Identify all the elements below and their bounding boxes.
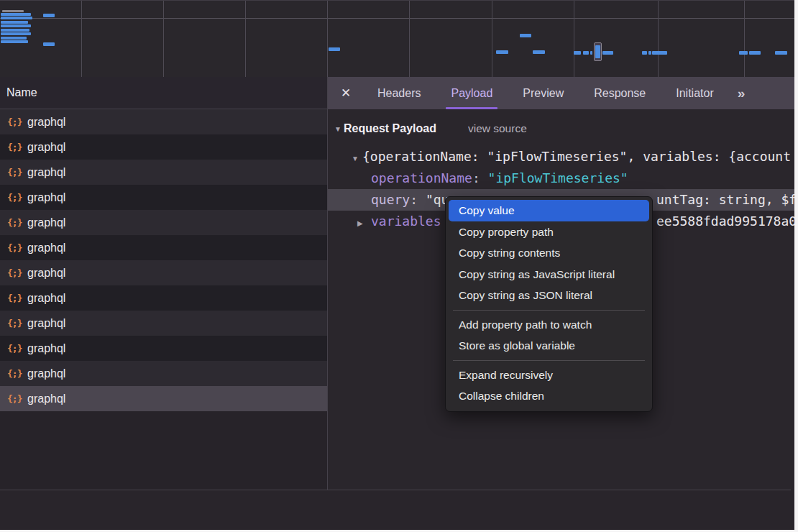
detail-tabs: HeadersPayloadPreviewResponseInitiator <box>362 77 729 109</box>
property-key: query <box>371 192 410 207</box>
tab-payload[interactable]: Payload <box>446 77 497 109</box>
json-braces-icon: {;} <box>7 267 27 278</box>
waterfall-bar <box>642 51 647 55</box>
tab-initiator[interactable]: Initiator <box>671 77 718 109</box>
waterfall-bar <box>520 34 531 37</box>
request-name-label: graphql <box>27 393 65 405</box>
selected-request-marker <box>594 42 602 61</box>
gridline <box>81 1 82 77</box>
close-panel-button[interactable]: ✕ <box>341 86 355 101</box>
tab-preview[interactable]: Preview <box>518 77 569 109</box>
menu-item-expand-recursively[interactable]: Expand recursively <box>449 364 649 386</box>
context-menu: Copy valueCopy property pathCopy string … <box>445 196 653 412</box>
waterfall-bar <box>648 51 651 55</box>
gridline <box>744 1 745 77</box>
network-request-row[interactable]: {;}graphql <box>0 311 327 336</box>
waterfall-bar <box>1 37 27 40</box>
waterfall-bar <box>1 17 32 19</box>
network-overview[interactable] <box>0 1 794 78</box>
json-braces-icon: {;} <box>7 116 27 127</box>
menu-item-copy-string-as-javascript-literal[interactable]: Copy string as JavaScript literal <box>449 264 649 285</box>
network-request-row[interactable]: {;}graphql <box>0 210 327 235</box>
waterfall-bar <box>583 51 589 55</box>
network-request-row[interactable]: {;}graphql <box>0 109 327 134</box>
property-key: operationName <box>371 170 472 185</box>
waterfall-bar <box>1 32 31 35</box>
tab-headers[interactable]: Headers <box>372 77 426 109</box>
network-request-row[interactable]: {;}graphql <box>0 285 327 311</box>
gridline <box>409 1 410 77</box>
menu-separator <box>453 360 645 361</box>
json-braces-icon: {;} <box>7 343 27 354</box>
capture-right-edge <box>794 0 798 532</box>
property-value-right-fragment: ee5588fdad995178a0 <box>656 211 794 232</box>
close-icon: ✕ <box>341 86 351 100</box>
requests-name-column-header[interactable]: Name <box>0 77 327 109</box>
menu-item-copy-string-as-json-literal[interactable]: Copy string as JSON literal <box>449 285 649 306</box>
chevron-double-right-icon: » <box>738 86 744 101</box>
waterfall-bar <box>1 40 28 43</box>
devtools-network-panel: Name {;}graphql{;}graphql{;}graphql{;}gr… <box>0 0 794 530</box>
json-braces-icon: {;} <box>7 393 27 404</box>
waterfall-bar <box>496 50 508 54</box>
waterfall-bar <box>749 51 761 55</box>
menu-item-store-as-global-variable[interactable]: Store as global variable <box>449 335 649 357</box>
menu-item-copy-value[interactable]: Copy value <box>449 200 649 221</box>
network-request-row[interactable]: {;}graphql <box>0 386 327 411</box>
key-value-colon: : <box>472 170 488 185</box>
waterfall-bar <box>652 51 667 55</box>
network-request-row[interactable]: {;}graphql <box>0 235 327 260</box>
request-name-label: graphql <box>27 292 65 305</box>
waterfall-bar <box>1 29 29 32</box>
section-collapse-icon[interactable]: ▼ <box>334 120 344 139</box>
property-value-string: "ipFlowTimeseries" <box>488 170 628 185</box>
menu-item-collapse-children[interactable]: Collapse children <box>449 385 649 407</box>
network-request-row[interactable]: {;}graphql <box>0 185 327 210</box>
payload-row-operationname[interactable]: operationName: "ipFlowTimeseries" <box>328 168 794 189</box>
object-preview-text: {operationName: "ipFlowTimeseries", vari… <box>362 149 791 164</box>
menu-item-add-property-path-to-watch[interactable]: Add property path to watch <box>449 314 649 336</box>
request-name-label: graphql <box>27 116 65 129</box>
payload-preview-row[interactable]: ▼{operationName: "ipFlowTimeseries", var… <box>328 146 794 168</box>
key-value-colon: : <box>410 192 426 207</box>
gridline <box>327 1 328 77</box>
request-name-label: graphql <box>27 267 65 280</box>
network-request-row[interactable]: {;}graphql <box>0 134 327 160</box>
request-name-label: graphql <box>27 216 65 229</box>
selected-request-marker-bar <box>595 45 600 58</box>
json-braces-icon: {;} <box>7 167 27 178</box>
request-name-label: graphql <box>27 317 65 330</box>
property-key: variables <box>371 214 441 229</box>
menu-item-copy-string-contents[interactable]: Copy string contents <box>449 242 649 264</box>
waterfall-bar <box>602 51 613 55</box>
waterfall-bar <box>1 24 31 27</box>
json-braces-icon: {;} <box>7 142 27 152</box>
request-name-label: graphql <box>27 141 65 154</box>
json-braces-icon: {;} <box>7 293 27 303</box>
tab-response[interactable]: Response <box>589 77 651 109</box>
view-source-link[interactable]: view source <box>468 122 527 134</box>
status-bar <box>0 490 794 531</box>
gridline <box>658 1 659 77</box>
waterfall-bar <box>2 10 24 12</box>
expander-closed-icon[interactable]: ▶ <box>357 213 371 232</box>
request-name-label: graphql <box>27 242 65 254</box>
request-payload-section-header[interactable]: ▼Request Payloadview source <box>328 119 794 138</box>
waterfall-bar <box>1 21 28 24</box>
more-tabs-button[interactable]: » <box>738 86 744 101</box>
property-value-right-fragment: untTag: string, $f <box>656 189 794 211</box>
json-braces-icon: {;} <box>7 318 27 329</box>
network-request-row[interactable]: {;}graphql <box>0 336 327 361</box>
waterfall-bar <box>43 42 55 46</box>
json-braces-icon: {;} <box>7 368 27 379</box>
gridline <box>163 1 164 77</box>
network-request-row[interactable]: {;}graphql <box>0 260 327 285</box>
network-request-row[interactable]: {;}graphql <box>0 160 327 185</box>
menu-item-copy-property-path[interactable]: Copy property path <box>449 221 649 243</box>
network-request-row[interactable]: {;}graphql <box>0 361 327 386</box>
waterfall-bar <box>329 47 340 51</box>
expander-open-icon[interactable]: ▼ <box>352 148 362 168</box>
panel-divider[interactable] <box>327 77 328 530</box>
json-braces-icon: {;} <box>7 192 27 203</box>
request-name-label: graphql <box>27 166 65 179</box>
